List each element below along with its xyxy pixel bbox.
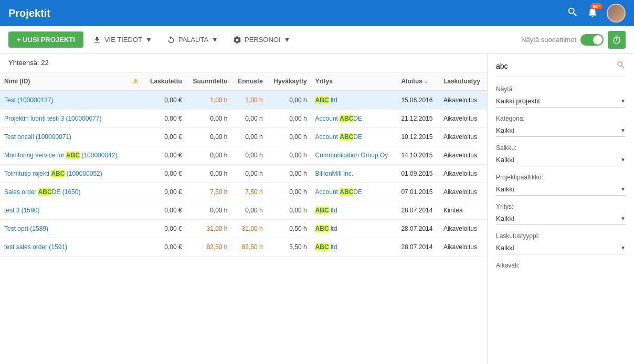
table-row[interactable]: Projektin luonti testi 3 (100000077) 0,0… xyxy=(0,110,487,128)
company-link[interactable]: Account ABCDE xyxy=(315,188,362,196)
table-row[interactable]: Toimitusp rojekti ABC (100000052) 0,00 €… xyxy=(0,165,487,183)
col-suunniteltu: Suunniteltu xyxy=(186,72,232,91)
projektipaallikkö-select[interactable]: Kaikki ▼ xyxy=(496,183,626,196)
search-filter-input[interactable] xyxy=(496,60,616,72)
cell-suunniteltu: 31,00 h xyxy=(186,220,232,238)
cell-laskutettu: 0,00 € xyxy=(144,220,186,238)
cell-laskutettu: 0,00 € xyxy=(144,146,186,165)
notification-badge: 99+ xyxy=(590,3,603,9)
search-filter-icon[interactable] xyxy=(616,60,626,72)
cell-hyvaksytty: 0,00 h xyxy=(267,165,311,183)
highlight: ABC xyxy=(315,207,329,214)
restore-chevron-icon: ▼ xyxy=(212,36,218,44)
content-area: Yhteensä: 22 Nimi (ID) ⚠ Laskutettu Suun… xyxy=(0,53,634,364)
cell-suunniteltu: 7,50 h xyxy=(186,183,232,201)
notification-icon[interactable]: 99+ xyxy=(587,6,598,20)
cell-ennuste: 0,00 h xyxy=(232,128,267,146)
total-label: Yhteensä: 22 xyxy=(8,59,49,67)
company-link[interactable]: Communication Group Oy xyxy=(315,152,388,159)
table-row[interactable]: test 3 (1590) 0,00 € 0,00 h 0,00 h 0,00 … xyxy=(0,201,487,220)
col-laskutustyyppi: Laskutustyy xyxy=(439,72,487,91)
cell-laskutustyyppi: Aikaveloitus xyxy=(439,183,487,201)
project-name-link[interactable]: test sales order (1591) xyxy=(4,243,67,251)
highlight: ABC xyxy=(315,243,329,251)
company-link[interactable]: BillionMill Inc. xyxy=(315,170,354,177)
filter-salkku: Salkku: Kaikki ▼ xyxy=(496,144,626,166)
cell-warning xyxy=(129,183,144,201)
kategoria-label: Kategoria: xyxy=(496,115,626,122)
filter-toggle[interactable] xyxy=(580,34,604,46)
company-link[interactable]: Account ABCDE xyxy=(315,115,362,122)
table-row[interactable]: Monitoring service for ABC (100000042) 0… xyxy=(0,146,487,165)
export-chevron-icon: ▼ xyxy=(145,36,152,44)
laskutustyyppi-arrow-icon: ▼ xyxy=(620,245,626,251)
cell-suunniteltu: 82,50 h xyxy=(186,238,232,256)
table-row[interactable]: test sales order (1591) 0,00 € 82,50 h 8… xyxy=(0,238,487,256)
project-name-link[interactable]: Toimitusp rojekti ABC (100000052) xyxy=(4,170,102,177)
table-row[interactable]: Sales order ABCDE (1650) 0,00 € 7,50 h 7… xyxy=(0,183,487,201)
new-project-button[interactable]: + UUSI PROJEKTI xyxy=(8,31,83,48)
cell-ennuste: 1,00 h xyxy=(232,91,267,110)
company-link[interactable]: ABC ltd xyxy=(315,207,337,214)
table-row[interactable]: Test (100000137) 0,00 € 1,00 h 1,00 h 0,… xyxy=(0,91,487,110)
project-name-link[interactable]: Monitoring service for ABC (100000042) xyxy=(4,152,117,159)
salkku-arrow-icon: ▼ xyxy=(620,157,626,163)
laskutustyyppi-label: Laskutustyyppi: xyxy=(496,232,626,240)
highlight: ABC xyxy=(315,97,329,104)
cell-laskutustyyppi: Aikaveloitus xyxy=(439,110,487,128)
nayta-select[interactable]: Kaikki projektit ▼ xyxy=(496,95,626,108)
search-icon[interactable] xyxy=(567,6,578,20)
nayta-label: Näytä: xyxy=(496,85,626,93)
laskutustyyppi-select[interactable]: Kaikki ▼ xyxy=(496,242,626,254)
company-link[interactable]: ABC ltd xyxy=(315,225,337,232)
salkku-select[interactable]: Kaikki ▼ xyxy=(496,154,626,166)
filter-projektipaallikkö: Projektipäällikkö: Kaikki ▼ xyxy=(496,174,626,196)
project-name-link[interactable]: Sales order ABCDE (1650) xyxy=(4,188,80,196)
avatar[interactable] xyxy=(607,4,626,23)
restore-button[interactable]: PALAUTA ▼ xyxy=(162,33,224,47)
table-row[interactable]: Test oprt (1589) 0,00 € 31,00 h 31,00 h … xyxy=(0,220,487,238)
table-header-row: Nimi (ID) ⚠ Laskutettu Suunniteltu Ennus… xyxy=(0,72,487,91)
cell-aloitus: 10.12.2015 xyxy=(397,128,439,146)
projektipaallikkö-value: Kaikki xyxy=(496,185,514,193)
cell-hyvaksytty: 5,50 h xyxy=(267,238,311,256)
filter-laskutustyyppi: Laskutustyyppi: Kaikki ▼ xyxy=(496,232,626,254)
project-name-link[interactable]: Test oncall (100000071) xyxy=(4,133,71,141)
cell-aloitus: 15.06.2016 xyxy=(397,91,439,110)
cell-name: Projektin luonti testi 3 (100000077) xyxy=(0,110,129,128)
personalize-button[interactable]: PERSONOI ▼ xyxy=(228,33,296,47)
project-name-link[interactable]: Projektin luonti testi 3 (100000077) xyxy=(4,115,101,122)
highlight: ABC xyxy=(51,170,65,177)
company-link[interactable]: ABC ltd xyxy=(315,97,337,104)
cell-suunniteltu: 0,00 h xyxy=(186,110,232,128)
project-name-link[interactable]: test 3 (1590) xyxy=(4,207,39,214)
cell-warning xyxy=(129,238,144,256)
col-hyvaksytty: Hyväksytty xyxy=(267,72,311,91)
sidebar-filter: Näytä: Kaikki projektit ▼ Kategoria: Kai… xyxy=(487,53,634,364)
company-link[interactable]: Account ABCDE xyxy=(315,133,362,141)
cell-name: Sales order ABCDE (1650) xyxy=(0,183,129,201)
cell-name: test 3 (1590) xyxy=(0,201,129,220)
cell-laskutustyyppi: Aikaveloitus xyxy=(439,165,487,183)
yritys-select[interactable]: Kaikki ▼ xyxy=(496,212,626,225)
kategoria-select[interactable]: Kaikki ▼ xyxy=(496,124,626,137)
table-row[interactable]: Test oncall (100000071) 0,00 € 0,00 h 0,… xyxy=(0,128,487,146)
cell-laskutustyyppi: Aikaveloitus xyxy=(439,220,487,238)
cell-aloitus: 28.07.2014 xyxy=(397,238,439,256)
cell-name: Test oncall (100000071) xyxy=(0,128,129,146)
project-name-link[interactable]: Test oprt (1589) xyxy=(4,225,48,232)
cell-aloitus: 28.07.2014 xyxy=(397,201,439,220)
cell-warning xyxy=(129,91,144,110)
project-name-link[interactable]: Test (100000137) xyxy=(4,97,53,104)
col-yritys: Yritys xyxy=(311,72,397,91)
table-wrapper[interactable]: Nimi (ID) ⚠ Laskutettu Suunniteltu Ennus… xyxy=(0,72,487,364)
kategoria-arrow-icon: ▼ xyxy=(620,127,626,133)
cell-company: ABC ltd xyxy=(311,220,397,238)
export-button[interactable]: VIE TIEDOT ▼ xyxy=(88,33,157,47)
timer-button[interactable] xyxy=(608,31,626,49)
cell-suunniteltu: 0,00 h xyxy=(186,128,232,146)
cell-company: ABC ltd xyxy=(311,201,397,220)
main-area: Yhteensä: 22 Nimi (ID) ⚠ Laskutettu Suun… xyxy=(0,53,487,364)
company-link[interactable]: ABC ltd xyxy=(315,243,337,251)
cell-name: Toimitusp rojekti ABC (100000052) xyxy=(0,165,129,183)
